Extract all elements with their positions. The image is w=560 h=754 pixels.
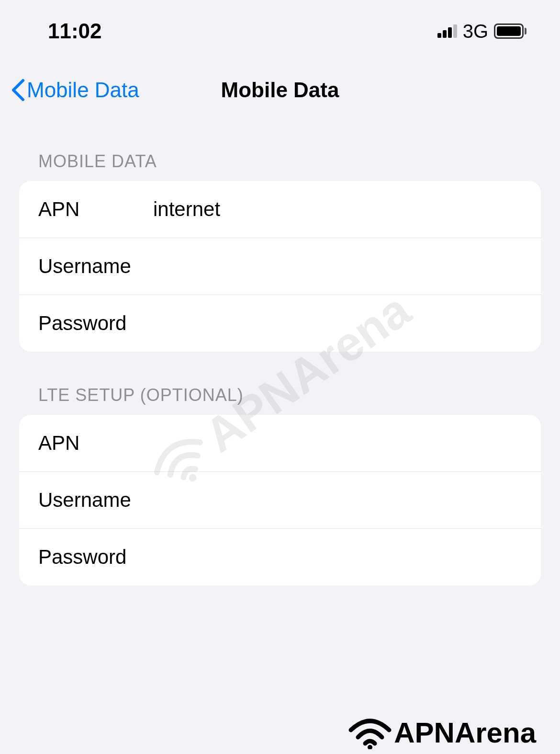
section-header-mobile-data: MOBILE DATA	[0, 118, 560, 181]
row-label-lte-password: Password	[38, 546, 153, 569]
network-type: 3G	[463, 21, 488, 42]
svg-point-1	[368, 745, 372, 749]
lte-apn-input[interactable]	[153, 432, 522, 455]
lte-username-input[interactable]	[153, 489, 522, 512]
row-password[interactable]: Password	[19, 295, 541, 352]
page-title: Mobile Data	[221, 78, 339, 102]
bottom-logo-text: APNArena	[394, 716, 536, 749]
row-label-lte-apn: APN	[38, 432, 153, 455]
settings-group-mobile-data: APN Username Password	[19, 181, 541, 352]
row-label-password: Password	[38, 312, 153, 335]
row-lte-apn[interactable]: APN	[19, 415, 541, 472]
back-label: Mobile Data	[27, 78, 139, 102]
password-input[interactable]	[153, 312, 522, 335]
chevron-left-icon	[10, 77, 27, 103]
navigation-bar: Mobile Data Mobile Data	[0, 53, 560, 118]
wifi-icon	[348, 716, 392, 749]
row-lte-username[interactable]: Username	[19, 472, 541, 529]
cellular-signal-icon	[437, 24, 457, 38]
back-button[interactable]: Mobile Data	[10, 77, 139, 103]
bottom-logo: APNArena	[348, 716, 536, 749]
status-right: 3G	[437, 21, 526, 42]
row-label-lte-username: Username	[38, 489, 153, 512]
settings-group-lte: APN Username Password	[19, 415, 541, 585]
section-header-lte: LTE SETUP (OPTIONAL)	[0, 352, 560, 415]
row-label-username: Username	[38, 255, 153, 278]
status-bar: 11:02 3G	[0, 0, 560, 53]
battery-icon	[494, 23, 526, 39]
row-username[interactable]: Username	[19, 238, 541, 295]
row-apn[interactable]: APN	[19, 181, 541, 238]
status-time: 11:02	[48, 19, 102, 43]
apn-input[interactable]	[153, 198, 522, 221]
username-input[interactable]	[153, 255, 522, 278]
row-label-apn: APN	[38, 198, 153, 221]
lte-password-input[interactable]	[153, 546, 522, 569]
row-lte-password[interactable]: Password	[19, 529, 541, 585]
